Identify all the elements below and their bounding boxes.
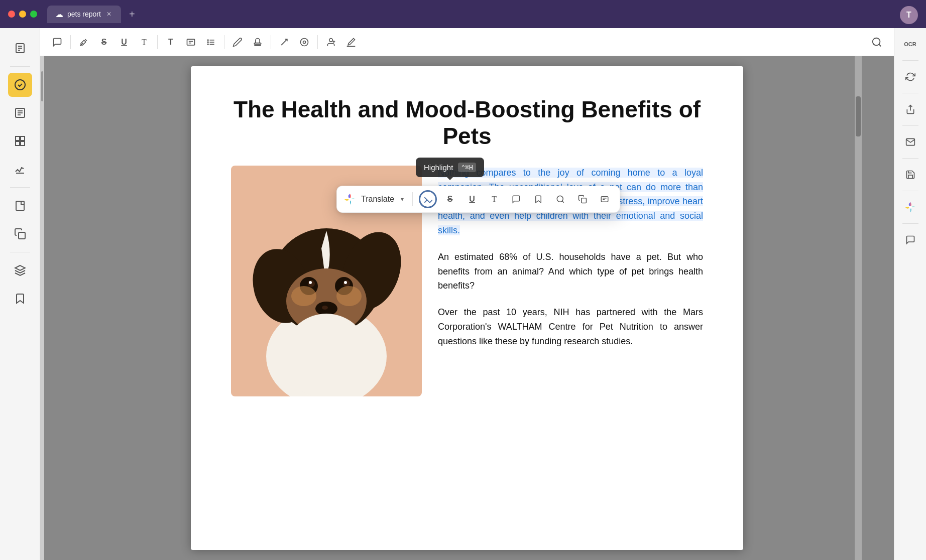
comment-button[interactable]	[48, 33, 66, 51]
svg-line-33	[879, 44, 881, 46]
new-tab-button[interactable]: +	[125, 7, 139, 22]
svg-rect-54	[582, 198, 587, 203]
sidebar-item-grid[interactable]	[8, 129, 32, 153]
right-panel-divider-6	[902, 223, 918, 224]
toolbar-divider-1	[70, 35, 71, 49]
right-panel-markcup[interactable]	[900, 197, 920, 217]
translate-dropdown-arrow[interactable]: ▾	[398, 195, 406, 203]
translate-copy-button[interactable]	[573, 190, 592, 208]
text-insert-button[interactable]: T	[162, 33, 180, 51]
translate-strikethrough-button[interactable]: S	[441, 190, 459, 208]
toolbar-divider-4	[271, 35, 271, 49]
sidebar-divider-2	[10, 187, 30, 188]
titlebar: ☁ pets report ✕ +	[0, 0, 926, 28]
tab-title: pets report	[67, 10, 101, 18]
svg-point-45	[344, 281, 347, 284]
text-format-button[interactable]: T	[135, 33, 153, 51]
translate-search-button[interactable]	[551, 190, 569, 208]
svg-rect-9	[21, 136, 25, 141]
svg-point-52	[557, 196, 563, 202]
strikethrough-t-icon: S	[447, 195, 453, 204]
text-format-icon: T	[142, 38, 147, 47]
underline-button[interactable]: U	[115, 33, 133, 51]
translate-label: Translate	[361, 195, 394, 204]
left-scrollbar-thumb	[41, 71, 43, 101]
translate-toolbar: Translate ▾ S U T	[336, 186, 620, 213]
svg-point-21	[207, 42, 208, 43]
svg-marker-13	[15, 265, 25, 270]
svg-rect-10	[16, 142, 20, 146]
text-t-icon: T	[492, 195, 497, 204]
left-scrollbar[interactable]	[40, 56, 44, 560]
right-scrollbar[interactable]	[855, 56, 862, 560]
paragraph-3: Over the past 10 years, NIH has partnere…	[438, 305, 703, 348]
right-panel-divider-3	[902, 125, 918, 126]
right-panel-envelope[interactable]	[900, 132, 920, 152]
sidebar-item-notes[interactable]	[8, 36, 32, 60]
list-button[interactable]	[202, 33, 220, 51]
svg-point-22	[207, 44, 208, 45]
right-panel-divider-4	[902, 158, 918, 159]
translate-logo	[343, 192, 357, 206]
sidebar-item-highlight[interactable]	[8, 73, 32, 97]
translate-note-button[interactable]	[507, 190, 525, 208]
line-tool-button[interactable]	[275, 33, 293, 51]
sidebar-item-copy[interactable]	[8, 222, 32, 246]
tab-cloud-icon: ☁	[55, 10, 63, 19]
right-panel-chat[interactable]	[900, 230, 920, 250]
right-panel-divider-2	[902, 93, 918, 93]
strikethrough-button[interactable]: S	[95, 33, 113, 51]
active-indicator	[10, 83, 14, 87]
sidebar-item-layers[interactable]	[8, 258, 32, 283]
right-panel-share[interactable]	[900, 99, 920, 119]
svg-point-49	[291, 286, 316, 306]
close-button[interactable]	[8, 11, 15, 18]
sidebar-item-annotation[interactable]	[8, 157, 32, 181]
svg-point-51	[349, 198, 352, 201]
search-button[interactable]	[868, 33, 886, 51]
strikethrough-icon: S	[101, 38, 107, 47]
svg-rect-8	[16, 136, 20, 141]
highlight-pen-button[interactable]	[75, 33, 93, 51]
svg-rect-12	[19, 232, 25, 239]
tab-pets-report[interactable]: ☁ pets report ✕	[47, 6, 121, 23]
main-area: S U T T	[40, 28, 894, 560]
fill-button[interactable]	[342, 33, 360, 51]
translate-text-button[interactable]: T	[485, 190, 503, 208]
shape-tool-button[interactable]	[295, 33, 313, 51]
user-button[interactable]	[322, 33, 340, 51]
svg-point-26	[301, 38, 308, 46]
translate-highlight-button[interactable]	[419, 190, 437, 208]
right-panel-save[interactable]	[900, 165, 920, 185]
svg-point-20	[207, 40, 208, 41]
maximize-button[interactable]	[30, 11, 37, 18]
user-avatar[interactable]: T	[900, 6, 918, 24]
traffic-lights	[8, 11, 37, 18]
paragraph-2: An estimated 68% of U.S. households have…	[438, 250, 703, 293]
left-sidebar	[0, 28, 40, 560]
svg-point-44	[309, 281, 312, 284]
translate-bookmark-button[interactable]	[529, 190, 547, 208]
toolbar-divider-5	[317, 35, 318, 49]
svg-line-25	[281, 39, 287, 45]
tab-close-button[interactable]: ✕	[105, 10, 113, 18]
translate-more-button[interactable]	[596, 190, 614, 208]
minimize-button[interactable]	[19, 11, 26, 18]
ocr-icon: OCR	[904, 41, 916, 47]
sidebar-item-checklist[interactable]	[8, 101, 32, 125]
text-insert-icon: T	[168, 38, 173, 47]
pencil-button[interactable]	[228, 33, 247, 51]
svg-rect-11	[21, 142, 25, 146]
translate-underline-button[interactable]: U	[463, 190, 481, 208]
underline-t-icon: U	[469, 195, 475, 204]
highlight-tooltip: Highlight ⌃⌘H	[416, 158, 484, 177]
toolbar: S U T T	[40, 28, 894, 56]
right-panel-divider-1	[902, 60, 918, 61]
text-box-button[interactable]	[182, 33, 200, 51]
right-panel-divider-5	[902, 191, 918, 191]
sidebar-item-bookmark[interactable]	[8, 287, 32, 311]
sidebar-item-pages[interactable]	[8, 194, 32, 218]
stamp-button[interactable]	[249, 33, 267, 51]
right-panel-ocr[interactable]: OCR	[900, 34, 920, 54]
right-panel-refresh[interactable]	[900, 67, 920, 87]
